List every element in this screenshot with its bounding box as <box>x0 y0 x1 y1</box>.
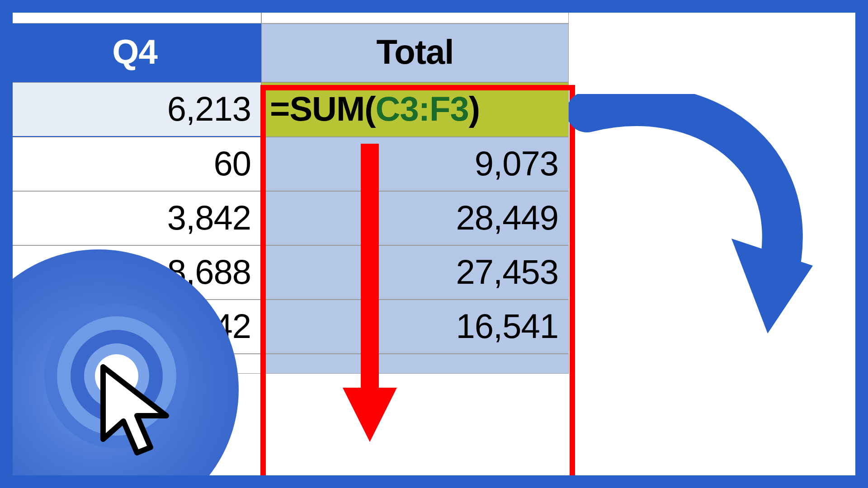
inner-canvas: Q4 Total 6,213 =SUM(C3:F3) 60 9,073 3,84… <box>13 13 855 475</box>
formula-equals: = <box>270 89 289 128</box>
cell-total[interactable] <box>261 354 569 374</box>
col-header-total[interactable]: Total <box>261 23 569 82</box>
cell-q4[interactable]: 60 <box>13 137 261 191</box>
cell-total-formula[interactable]: =SUM(C3:F3) <box>261 82 569 137</box>
cell-total[interactable]: 28,449 <box>261 191 569 245</box>
cell-q4[interactable]: 6,213 <box>13 82 261 137</box>
formula-open-paren: ( <box>364 89 375 128</box>
cell-total[interactable]: 16,541 <box>261 300 569 354</box>
header-row: Q4 Total <box>13 23 614 82</box>
cell-q4[interactable]: 3,842 <box>13 191 261 245</box>
cursor-icon <box>94 362 184 462</box>
table-row: 3,842 28,449 <box>13 191 614 245</box>
blank-row <box>13 13 614 23</box>
svg-marker-2 <box>731 239 813 333</box>
cell-total[interactable]: 27,453 <box>261 245 569 300</box>
formula-close-paren: ) <box>469 89 480 128</box>
table-row: 6,213 =SUM(C3:F3) <box>13 82 614 137</box>
col-header-q4[interactable]: Q4 <box>13 23 261 82</box>
cell-blank-q4[interactable] <box>13 13 261 23</box>
table-row: 60 9,073 <box>13 137 614 191</box>
cell-blank-total[interactable] <box>261 13 569 23</box>
formula-function-name: SUM <box>289 89 364 128</box>
thumbnail-frame: Q4 Total 6,213 =SUM(C3:F3) 60 9,073 3,84… <box>0 0 868 488</box>
formula-range-ref: C3:F3 <box>376 89 469 128</box>
cell-total[interactable]: 9,073 <box>261 137 569 191</box>
svg-marker-1 <box>343 388 397 442</box>
